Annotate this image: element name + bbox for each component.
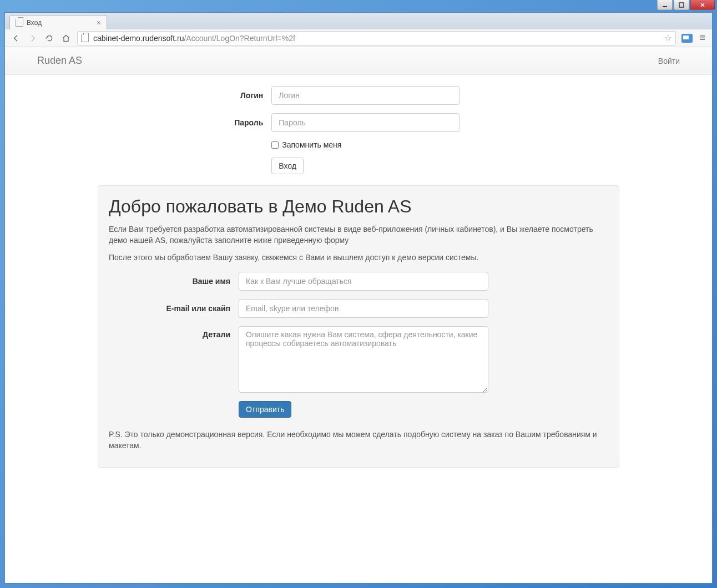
page-favicon-icon bbox=[16, 19, 23, 27]
contact-label: E-mail или скайп bbox=[109, 304, 239, 313]
navbar-brand[interactable]: Ruden AS bbox=[37, 55, 82, 67]
windows-frame: Вход × cabinet-demo.rudensoft.ru/Account… bbox=[0, 0, 717, 588]
welcome-paragraph-1: Если Вам требуется разработка автоматизи… bbox=[109, 224, 608, 246]
welcome-heading: Добро пожаловать в Демо Ruden AS bbox=[109, 196, 608, 217]
url-path: /Account/LogOn?ReturnUrl=%2f bbox=[184, 34, 295, 43]
request-form: Ваше имя E-mail или скайп bbox=[109, 272, 608, 418]
site-navbar: Ruden AS Войти bbox=[5, 47, 712, 75]
extension-icon[interactable] bbox=[681, 34, 693, 43]
login-label: Логин bbox=[98, 91, 271, 100]
bookmark-star-icon[interactable]: ☆ bbox=[664, 33, 672, 43]
main-container: Логин Пароль Запомни bbox=[89, 75, 628, 490]
svg-rect-0 bbox=[663, 6, 667, 7]
welcome-paragraph-2: После этого мы обработаем Вашу заявку, с… bbox=[109, 252, 608, 263]
back-button[interactable] bbox=[8, 31, 24, 46]
tab-title: Вход bbox=[27, 19, 92, 27]
chrome-menu-button[interactable]: ≡ bbox=[696, 32, 709, 44]
password-input[interactable] bbox=[271, 113, 459, 132]
svg-rect-1 bbox=[679, 3, 684, 7]
windows-titlebar bbox=[0, 0, 717, 12]
send-request-button[interactable]: Отправить bbox=[239, 401, 291, 418]
minimize-icon bbox=[662, 2, 668, 8]
reload-button[interactable] bbox=[42, 31, 57, 46]
login-input[interactable] bbox=[271, 86, 459, 105]
login-form: Логин Пароль Запомни bbox=[98, 86, 619, 174]
page-icon bbox=[81, 34, 89, 42]
details-textarea[interactable] bbox=[239, 326, 488, 393]
arrow-right-icon bbox=[28, 34, 37, 43]
details-label: Детали bbox=[109, 326, 239, 339]
reload-icon bbox=[45, 34, 54, 43]
password-label: Пароль bbox=[98, 118, 271, 127]
arrow-left-icon bbox=[12, 34, 21, 43]
browser-toolbar: cabinet-demo.rudensoft.ru/Account/LogOn?… bbox=[5, 29, 712, 47]
browser-window: Вход × cabinet-demo.rudensoft.ru/Account… bbox=[4, 12, 713, 584]
window-maximize-button[interactable] bbox=[674, 0, 689, 10]
forward-button[interactable] bbox=[25, 31, 41, 46]
url-domain: cabinet-demo.rudensoft.ru bbox=[93, 34, 184, 43]
remember-checkbox[interactable] bbox=[271, 141, 279, 149]
remember-label: Запомнить меня bbox=[282, 140, 341, 149]
address-bar[interactable]: cabinet-demo.rudensoft.ru/Account/LogOn?… bbox=[77, 31, 676, 45]
name-input[interactable] bbox=[239, 272, 488, 291]
close-icon bbox=[700, 2, 705, 8]
welcome-panel: Добро пожаловать в Демо Ruden AS Если Ва… bbox=[98, 185, 619, 468]
home-button[interactable] bbox=[58, 31, 74, 46]
home-icon bbox=[62, 34, 70, 43]
name-label: Ваше имя bbox=[109, 277, 239, 286]
window-close-button[interactable] bbox=[690, 0, 715, 10]
window-minimize-button[interactable] bbox=[657, 0, 673, 10]
navbar-login-link[interactable]: Войти bbox=[658, 57, 680, 65]
login-submit-button[interactable]: Вход bbox=[271, 158, 304, 174]
tab-close-button[interactable]: × bbox=[97, 19, 101, 27]
contact-input[interactable] bbox=[239, 299, 488, 318]
browser-tab-strip: Вход × bbox=[5, 13, 712, 29]
page-content: Ruden AS Войти Логин Пароль bbox=[5, 47, 712, 583]
browser-tab[interactable]: Вход × bbox=[9, 15, 107, 29]
welcome-postscript: P.S. Это только демонстрационная версия.… bbox=[109, 429, 608, 452]
maximize-icon bbox=[679, 2, 684, 8]
